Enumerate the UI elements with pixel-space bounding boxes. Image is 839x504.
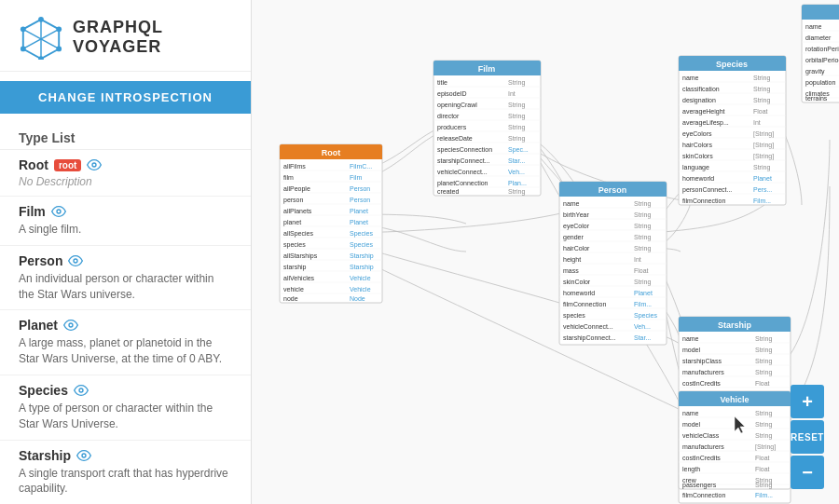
svg-text:Star...: Star... [634, 334, 651, 341]
svg-text:[String]: [String] [753, 130, 774, 138]
svg-text:String: String [508, 113, 525, 120]
svg-text:Person: Person [598, 185, 627, 195]
svg-text:allPeople: allPeople [283, 185, 310, 193]
svg-text:manufacturers: manufacturers [682, 443, 724, 450]
svg-text:Film...: Film... [753, 198, 771, 204]
svg-text:String: String [634, 211, 651, 219]
svg-text:Node: Node [350, 295, 365, 302]
root-node[interactable]: Root allFilmsFilmC... filmFilm allPeople… [280, 144, 382, 303]
svg-text:manufacturers: manufacturers [682, 369, 724, 375]
svg-text:Pers...: Pers... [753, 186, 772, 193]
svg-text:skinColor: skinColor [563, 279, 591, 285]
svg-text:Species: Species [716, 60, 748, 69]
svg-text:skinColors: skinColors [682, 153, 713, 159]
svg-text:name: name [805, 23, 822, 30]
svg-text:personConnect...: personConnect... [682, 186, 732, 194]
eye-icon-root[interactable] [87, 157, 102, 172]
svg-text:costInCredits: costInCredits [682, 455, 721, 461]
svg-text:created: created [437, 188, 459, 195]
vehicle-node[interactable]: Vehicle nameString modelString vehicleCl… [679, 391, 791, 489]
film-description: A single film. [19, 222, 232, 238]
svg-text:Film...: Film... [634, 301, 652, 307]
type-name-row-root: Root root [19, 157, 232, 172]
graph-svg: Root allFilmsFilmC... filmFilm allPeople… [252, 0, 839, 504]
eye-icon-person[interactable] [68, 253, 83, 268]
svg-text:Planet: Planet [350, 219, 368, 225]
starship-description: A single transport craft that has hyperd… [19, 466, 232, 497]
svg-text:vehicleConnect...: vehicleConnect... [437, 169, 488, 175]
svg-text:Species: Species [350, 241, 373, 249]
svg-text:String: String [634, 234, 651, 241]
svg-text:Float: Float [634, 267, 649, 274]
svg-text:allPlanets: allPlanets [283, 208, 312, 214]
eye-icon-film[interactable] [51, 204, 66, 219]
svg-text:director: director [437, 113, 460, 119]
svg-text:Starship: Starship [350, 264, 374, 271]
svg-text:String: String [753, 75, 770, 82]
svg-text:String: String [755, 347, 772, 354]
svg-text:[String]: [String] [753, 153, 774, 160]
map-controls: + RESET − [791, 385, 824, 489]
logo-voyager-text: VOYAGER [73, 37, 163, 57]
film-node[interactable]: Film titleString episodeIDInt openingCra… [433, 61, 541, 196]
reset-button[interactable]: RESET [791, 420, 824, 454]
svg-text:vehicle: vehicle [283, 286, 304, 293]
svg-text:node: node [283, 295, 298, 302]
svg-text:String: String [634, 223, 651, 230]
planet-node[interactable]: Planet nameString diameterInt rotationPe… [802, 5, 839, 102]
svg-text:producers: producers [437, 124, 467, 131]
change-introspection-button[interactable]: CHANGE INTROSPECTION [0, 81, 251, 114]
svg-text:species: species [283, 241, 306, 249]
svg-text:String: String [634, 279, 651, 286]
svg-text:height: height [563, 256, 581, 264]
svg-text:homeworld: homeworld [563, 290, 595, 296]
species-node[interactable]: Species nameString classificationString … [679, 56, 786, 205]
svg-point-11 [57, 210, 61, 213]
svg-text:birthYear: birthYear [563, 211, 589, 218]
svg-text:Species: Species [634, 312, 657, 320]
svg-text:gender: gender [563, 234, 584, 241]
type-name-row-person: Person [19, 253, 232, 268]
type-name-row-starship: Starship [19, 448, 232, 463]
svg-text:Planet: Planet [634, 290, 653, 296]
svg-text:Veh...: Veh... [634, 323, 651, 330]
svg-text:openingCrawl: openingCrawl [437, 102, 477, 109]
type-item-person: Person An individual person or character… [0, 246, 251, 311]
svg-text:Vehicle: Vehicle [350, 275, 371, 281]
svg-text:String: String [755, 335, 772, 343]
svg-point-12 [74, 259, 77, 263]
svg-text:Starship: Starship [718, 320, 752, 330]
svg-text:Float: Float [753, 108, 768, 115]
svg-text:eyeColors: eyeColors [682, 130, 712, 138]
svg-text:String: String [508, 135, 525, 143]
svg-text:speciesConnection: speciesConnection [437, 146, 492, 154]
svg-text:Planet: Planet [753, 175, 772, 182]
svg-text:starshipConnect...: starshipConnect... [437, 157, 489, 165]
svg-text:planetConnection: planetConnection [437, 180, 488, 187]
eye-icon-planet[interactable] [63, 318, 78, 333]
svg-text:Species: Species [350, 230, 373, 238]
svg-text:Person: Person [350, 197, 370, 203]
svg-text:length: length [682, 466, 700, 473]
type-item-starship: Starship A single transport craft that h… [0, 441, 251, 504]
svg-text:FilmC...: FilmC... [350, 163, 372, 170]
logo-graphql-text: GRAPHQL [73, 18, 163, 37]
svg-text:film: film [283, 174, 294, 181]
person-description: An individual person or character within… [19, 271, 232, 303]
svg-point-10 [92, 163, 96, 167]
svg-text:name: name [682, 335, 699, 342]
person-node[interactable]: Person nameString birthYearString eyeCol… [559, 182, 667, 345]
svg-text:String: String [753, 97, 770, 104]
svg-point-5 [21, 47, 26, 52]
type-name-film: Film [19, 204, 46, 219]
zoom-in-button[interactable]: + [791, 385, 824, 418]
type-item-root: Root root No Description [0, 150, 251, 197]
svg-text:String: String [755, 358, 772, 365]
species-description: A type of person or character within the… [19, 401, 232, 432]
eye-icon-starship[interactable] [76, 448, 91, 463]
svg-text:Int: Int [634, 256, 641, 263]
svg-text:Veh...: Veh... [508, 169, 525, 175]
svg-text:releaseDate: releaseDate [437, 135, 473, 142]
zoom-out-button[interactable]: − [791, 456, 824, 489]
eye-icon-species[interactable] [74, 383, 89, 398]
